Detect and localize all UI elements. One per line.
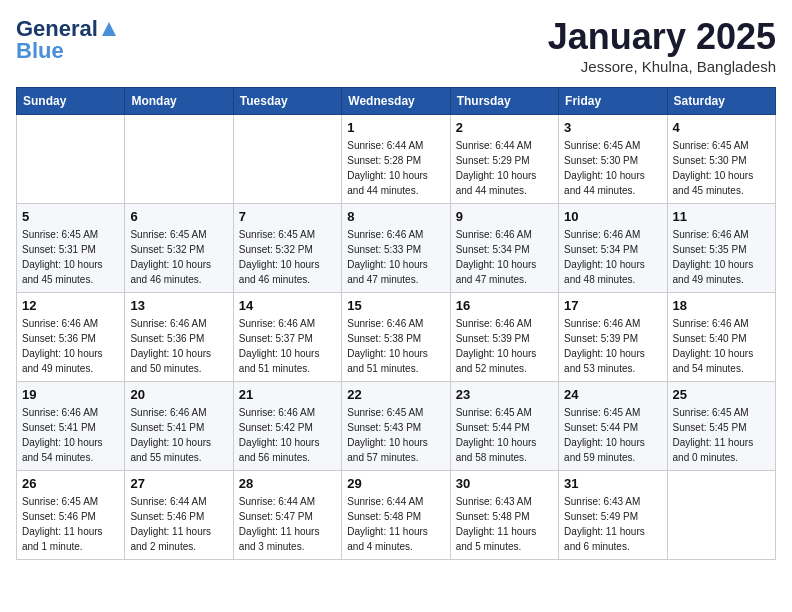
day-info: Sunrise: 6:44 AM Sunset: 5:46 PM Dayligh… <box>130 494 227 554</box>
calendar-cell: 8Sunrise: 6:46 AM Sunset: 5:33 PM Daylig… <box>342 204 450 293</box>
day-info: Sunrise: 6:43 AM Sunset: 5:48 PM Dayligh… <box>456 494 553 554</box>
calendar-cell: 1Sunrise: 6:44 AM Sunset: 5:28 PM Daylig… <box>342 115 450 204</box>
day-number: 12 <box>22 298 119 313</box>
day-number: 20 <box>130 387 227 402</box>
calendar-cell: 26Sunrise: 6:45 AM Sunset: 5:46 PM Dayli… <box>17 471 125 560</box>
calendar-header-tuesday: Tuesday <box>233 88 341 115</box>
calendar-cell <box>233 115 341 204</box>
day-number: 18 <box>673 298 770 313</box>
logo: General Blue <box>16 16 118 64</box>
logo-blue: Blue <box>16 38 64 64</box>
day-number: 15 <box>347 298 444 313</box>
calendar-cell: 4Sunrise: 6:45 AM Sunset: 5:30 PM Daylig… <box>667 115 775 204</box>
day-number: 1 <box>347 120 444 135</box>
day-number: 14 <box>239 298 336 313</box>
day-info: Sunrise: 6:46 AM Sunset: 5:38 PM Dayligh… <box>347 316 444 376</box>
day-number: 11 <box>673 209 770 224</box>
calendar-cell: 20Sunrise: 6:46 AM Sunset: 5:41 PM Dayli… <box>125 382 233 471</box>
calendar-cell: 30Sunrise: 6:43 AM Sunset: 5:48 PM Dayli… <box>450 471 558 560</box>
day-number: 4 <box>673 120 770 135</box>
calendar-header-row: SundayMondayTuesdayWednesdayThursdayFrid… <box>17 88 776 115</box>
title-area: January 2025 Jessore, Khulna, Bangladesh <box>548 16 776 75</box>
day-number: 24 <box>564 387 661 402</box>
calendar-header-wednesday: Wednesday <box>342 88 450 115</box>
day-number: 13 <box>130 298 227 313</box>
day-number: 17 <box>564 298 661 313</box>
calendar-cell: 13Sunrise: 6:46 AM Sunset: 5:36 PM Dayli… <box>125 293 233 382</box>
day-info: Sunrise: 6:45 AM Sunset: 5:43 PM Dayligh… <box>347 405 444 465</box>
day-info: Sunrise: 6:46 AM Sunset: 5:35 PM Dayligh… <box>673 227 770 287</box>
day-info: Sunrise: 6:46 AM Sunset: 5:36 PM Dayligh… <box>22 316 119 376</box>
calendar-cell: 11Sunrise: 6:46 AM Sunset: 5:35 PM Dayli… <box>667 204 775 293</box>
calendar-cell: 5Sunrise: 6:45 AM Sunset: 5:31 PM Daylig… <box>17 204 125 293</box>
calendar-cell: 23Sunrise: 6:45 AM Sunset: 5:44 PM Dayli… <box>450 382 558 471</box>
calendar-cell: 15Sunrise: 6:46 AM Sunset: 5:38 PM Dayli… <box>342 293 450 382</box>
day-number: 28 <box>239 476 336 491</box>
day-number: 7 <box>239 209 336 224</box>
calendar-week-row: 5Sunrise: 6:45 AM Sunset: 5:31 PM Daylig… <box>17 204 776 293</box>
calendar-week-row: 19Sunrise: 6:46 AM Sunset: 5:41 PM Dayli… <box>17 382 776 471</box>
day-info: Sunrise: 6:46 AM Sunset: 5:40 PM Dayligh… <box>673 316 770 376</box>
day-number: 8 <box>347 209 444 224</box>
day-info: Sunrise: 6:46 AM Sunset: 5:37 PM Dayligh… <box>239 316 336 376</box>
month-title: January 2025 <box>548 16 776 58</box>
day-info: Sunrise: 6:46 AM Sunset: 5:34 PM Dayligh… <box>564 227 661 287</box>
calendar-header-thursday: Thursday <box>450 88 558 115</box>
day-number: 27 <box>130 476 227 491</box>
calendar-cell: 18Sunrise: 6:46 AM Sunset: 5:40 PM Dayli… <box>667 293 775 382</box>
day-number: 5 <box>22 209 119 224</box>
day-number: 19 <box>22 387 119 402</box>
day-number: 3 <box>564 120 661 135</box>
calendar-cell: 31Sunrise: 6:43 AM Sunset: 5:49 PM Dayli… <box>559 471 667 560</box>
calendar-cell: 7Sunrise: 6:45 AM Sunset: 5:32 PM Daylig… <box>233 204 341 293</box>
day-info: Sunrise: 6:46 AM Sunset: 5:34 PM Dayligh… <box>456 227 553 287</box>
location-subtitle: Jessore, Khulna, Bangladesh <box>548 58 776 75</box>
calendar-cell: 3Sunrise: 6:45 AM Sunset: 5:30 PM Daylig… <box>559 115 667 204</box>
day-info: Sunrise: 6:46 AM Sunset: 5:39 PM Dayligh… <box>564 316 661 376</box>
calendar-week-row: 26Sunrise: 6:45 AM Sunset: 5:46 PM Dayli… <box>17 471 776 560</box>
day-number: 10 <box>564 209 661 224</box>
calendar-cell: 27Sunrise: 6:44 AM Sunset: 5:46 PM Dayli… <box>125 471 233 560</box>
day-info: Sunrise: 6:46 AM Sunset: 5:39 PM Dayligh… <box>456 316 553 376</box>
day-number: 29 <box>347 476 444 491</box>
calendar-cell: 12Sunrise: 6:46 AM Sunset: 5:36 PM Dayli… <box>17 293 125 382</box>
day-info: Sunrise: 6:45 AM Sunset: 5:30 PM Dayligh… <box>564 138 661 198</box>
calendar-cell: 9Sunrise: 6:46 AM Sunset: 5:34 PM Daylig… <box>450 204 558 293</box>
calendar-cell: 24Sunrise: 6:45 AM Sunset: 5:44 PM Dayli… <box>559 382 667 471</box>
day-number: 22 <box>347 387 444 402</box>
logo-triangle-icon <box>100 20 118 38</box>
day-info: Sunrise: 6:45 AM Sunset: 5:31 PM Dayligh… <box>22 227 119 287</box>
calendar-cell: 2Sunrise: 6:44 AM Sunset: 5:29 PM Daylig… <box>450 115 558 204</box>
calendar-header-sunday: Sunday <box>17 88 125 115</box>
day-number: 25 <box>673 387 770 402</box>
calendar-cell: 14Sunrise: 6:46 AM Sunset: 5:37 PM Dayli… <box>233 293 341 382</box>
day-info: Sunrise: 6:45 AM Sunset: 5:45 PM Dayligh… <box>673 405 770 465</box>
day-info: Sunrise: 6:46 AM Sunset: 5:33 PM Dayligh… <box>347 227 444 287</box>
day-info: Sunrise: 6:45 AM Sunset: 5:30 PM Dayligh… <box>673 138 770 198</box>
calendar-cell: 19Sunrise: 6:46 AM Sunset: 5:41 PM Dayli… <box>17 382 125 471</box>
calendar-cell <box>667 471 775 560</box>
day-info: Sunrise: 6:44 AM Sunset: 5:48 PM Dayligh… <box>347 494 444 554</box>
day-number: 26 <box>22 476 119 491</box>
day-number: 21 <box>239 387 336 402</box>
day-info: Sunrise: 6:43 AM Sunset: 5:49 PM Dayligh… <box>564 494 661 554</box>
day-info: Sunrise: 6:45 AM Sunset: 5:32 PM Dayligh… <box>130 227 227 287</box>
calendar-cell: 25Sunrise: 6:45 AM Sunset: 5:45 PM Dayli… <box>667 382 775 471</box>
calendar-cell: 22Sunrise: 6:45 AM Sunset: 5:43 PM Dayli… <box>342 382 450 471</box>
day-number: 30 <box>456 476 553 491</box>
calendar-cell: 21Sunrise: 6:46 AM Sunset: 5:42 PM Dayli… <box>233 382 341 471</box>
day-info: Sunrise: 6:44 AM Sunset: 5:28 PM Dayligh… <box>347 138 444 198</box>
calendar-week-row: 1Sunrise: 6:44 AM Sunset: 5:28 PM Daylig… <box>17 115 776 204</box>
day-info: Sunrise: 6:46 AM Sunset: 5:41 PM Dayligh… <box>130 405 227 465</box>
calendar-cell <box>125 115 233 204</box>
day-info: Sunrise: 6:44 AM Sunset: 5:47 PM Dayligh… <box>239 494 336 554</box>
day-info: Sunrise: 6:45 AM Sunset: 5:46 PM Dayligh… <box>22 494 119 554</box>
day-info: Sunrise: 6:46 AM Sunset: 5:41 PM Dayligh… <box>22 405 119 465</box>
calendar-cell: 16Sunrise: 6:46 AM Sunset: 5:39 PM Dayli… <box>450 293 558 382</box>
day-info: Sunrise: 6:44 AM Sunset: 5:29 PM Dayligh… <box>456 138 553 198</box>
calendar-cell: 6Sunrise: 6:45 AM Sunset: 5:32 PM Daylig… <box>125 204 233 293</box>
day-number: 23 <box>456 387 553 402</box>
day-info: Sunrise: 6:46 AM Sunset: 5:42 PM Dayligh… <box>239 405 336 465</box>
day-info: Sunrise: 6:45 AM Sunset: 5:44 PM Dayligh… <box>456 405 553 465</box>
calendar-week-row: 12Sunrise: 6:46 AM Sunset: 5:36 PM Dayli… <box>17 293 776 382</box>
